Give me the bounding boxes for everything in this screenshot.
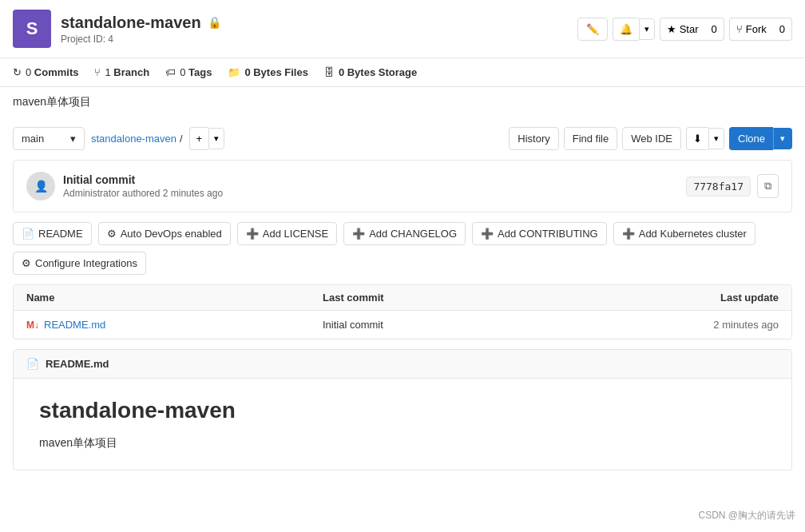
auto-devops-badge-button[interactable]: ⚙ Auto DevOps enabled <box>98 222 231 245</box>
tag-icon: 🏷 <box>165 66 176 78</box>
readme-body: standalone-maven maven单体项目 <box>14 379 791 470</box>
fork-count[interactable]: 0 <box>773 18 792 41</box>
file-table: Name Last commit Last update M↓ README.m… <box>13 284 792 339</box>
star-icon: ★ <box>667 23 676 35</box>
stats-bar: ↻ 0 Commits ⑂ 1 Branch 🏷 0 Tags 📁 0 Byte… <box>0 58 805 87</box>
readme-badge-button[interactable]: 📄 README <box>13 222 92 245</box>
avatar-placeholder: 👤 <box>34 180 48 193</box>
configure-integrations-button[interactable]: ⚙ Configure Integrations <box>13 252 146 275</box>
repo-toolbar-left: main ▾ standalone-maven / + ▾ <box>13 127 224 150</box>
path-separator: / <box>180 133 183 145</box>
auto-devops-badge-label: Auto DevOps enabled <box>121 228 222 240</box>
project-name-row: standalone-maven 🔒 <box>61 14 221 32</box>
download-icon: ⬇ <box>693 133 702 145</box>
download-button-group[interactable]: ⬇ ▾ <box>686 127 724 150</box>
fork-button-group[interactable]: ⑂ Fork 0 <box>729 18 792 41</box>
storage-stat: 🗄 0 Bytes Storage <box>324 66 417 78</box>
add-changelog-button[interactable]: ➕ Add CHANGELOG <box>343 222 466 245</box>
files-label: 0 Bytes Files <box>244 66 308 78</box>
download-button[interactable]: ⬇ <box>686 127 708 150</box>
bell-arrow-button[interactable]: ▾ <box>639 18 655 40</box>
history-button[interactable]: History <box>509 127 558 150</box>
file-name-text: README.md <box>44 319 105 331</box>
commit-meta: Administrator authored 2 minutes ago <box>63 188 223 199</box>
badges-row: 📄 README ⚙ Auto DevOps enabled ➕ Add LIC… <box>0 222 805 284</box>
commit-hash-area: 7778fa17 ⧉ <box>686 174 779 198</box>
readme-badge-label: README <box>38 228 83 240</box>
notification-button[interactable]: 🔔 ▾ <box>613 18 655 41</box>
configure-integrations-label: Configure Integrations <box>35 257 137 269</box>
branch-selector[interactable]: main ▾ <box>13 127 85 150</box>
commits-link[interactable]: 0 Commits <box>26 66 78 78</box>
add-changelog-label: Add CHANGELOG <box>369 228 457 240</box>
devops-gear-icon: ⚙ <box>107 228 117 240</box>
commit-author: Administrator <box>63 188 120 199</box>
files-icon: 📁 <box>228 66 240 78</box>
copy-hash-button[interactable]: ⧉ <box>757 174 779 198</box>
fork-label: Fork <box>746 23 767 35</box>
add-license-label: Add LICENSE <box>263 228 328 240</box>
file-markdown-icon: M↓ <box>26 320 39 331</box>
breadcrumb: standalone-maven / <box>91 133 183 145</box>
readme-title: standalone-maven <box>39 398 766 423</box>
find-file-button[interactable]: Find file <box>564 127 618 150</box>
readme-section: 📄 README.md standalone-maven maven单体项目 <box>13 349 792 470</box>
add-kubernetes-button[interactable]: ➕ Add Kubernetes cluster <box>613 222 755 245</box>
tags-link[interactable]: 0 Tags <box>180 66 212 78</box>
star-label: Star <box>680 23 699 35</box>
bell-main-button[interactable]: 🔔 <box>613 18 639 41</box>
lock-icon: 🔒 <box>208 16 221 29</box>
add-kubernetes-icon: ➕ <box>622 228 635 240</box>
star-button-group[interactable]: ★ Star 0 <box>660 18 724 41</box>
storage-icon: 🗄 <box>324 66 335 78</box>
integrations-gear-icon: ⚙ <box>22 257 31 269</box>
fork-icon: ⑂ <box>736 23 743 35</box>
readme-doc-icon: 📄 <box>22 228 34 240</box>
project-details: standalone-maven 🔒 Project ID: 4 <box>61 14 221 45</box>
commit-info: 👤 Initial commit Administrator authored … <box>26 172 223 200</box>
fork-button[interactable]: ⑂ Fork <box>729 18 773 41</box>
file-table-header: Name Last commit Last update <box>14 285 791 311</box>
add-contributing-button[interactable]: ➕ Add CONTRIBUTING <box>472 222 607 245</box>
project-name: standalone-maven <box>61 14 201 32</box>
branches-link[interactable]: 1 Branch <box>105 66 149 78</box>
star-button[interactable]: ★ Star <box>660 18 705 41</box>
branches-stat: ⑂ 1 Branch <box>94 66 149 78</box>
col-commit-header: Last commit <box>323 292 619 304</box>
readme-header: 📄 README.md <box>14 350 791 379</box>
file-name-link[interactable]: M↓ README.md <box>26 319 323 331</box>
bell-icon: 🔔 <box>620 23 632 35</box>
repo-toolbar: main ▾ standalone-maven / + ▾ History Fi… <box>0 117 805 160</box>
add-kubernetes-label: Add Kubernetes cluster <box>639 228 747 240</box>
readme-content: maven单体项目 <box>39 436 766 451</box>
star-count[interactable]: 0 <box>705 18 724 41</box>
add-license-icon: ➕ <box>246 228 259 240</box>
pencil-icon: ✏️ <box>586 23 599 35</box>
storage-label: 0 Bytes Storage <box>339 66 417 78</box>
plus-icon: + <box>196 133 203 145</box>
web-ide-button[interactable]: Web IDE <box>622 127 681 150</box>
file-last-update: 2 minutes ago <box>619 319 779 331</box>
add-file-button[interactable]: + <box>189 127 209 150</box>
avatar: 👤 <box>26 172 55 200</box>
clone-arrow-button[interactable]: ▾ <box>773 128 792 149</box>
commit-message[interactable]: Initial commit <box>63 173 223 186</box>
download-chevron-icon: ▾ <box>714 133 719 143</box>
top-actions: ✏️ 🔔 ▾ ★ Star 0 ⑂ Fork 0 <box>577 18 792 41</box>
clone-chevron-icon: ▾ <box>780 133 785 143</box>
commit-hash[interactable]: 7778fa17 <box>686 177 751 197</box>
bell-chevron-icon: ▾ <box>644 24 649 34</box>
clone-button-group[interactable]: Clone ▾ <box>729 127 792 150</box>
files-stat: 📁 0 Bytes Files <box>228 66 308 78</box>
edit-button[interactable]: ✏️ <box>577 18 608 41</box>
repo-toolbar-right: History Find file Web IDE ⬇ ▾ Clone ▾ <box>509 127 792 150</box>
breadcrumb-project-link[interactable]: standalone-maven <box>91 133 176 145</box>
download-arrow-button[interactable]: ▾ <box>708 128 724 149</box>
add-file-arrow-button[interactable]: ▾ <box>208 128 224 149</box>
copy-icon: ⧉ <box>764 180 771 192</box>
clone-button[interactable]: Clone <box>729 127 773 150</box>
add-license-button[interactable]: ➕ Add LICENSE <box>237 222 337 245</box>
tags-stat: 🏷 0 Tags <box>165 66 212 78</box>
add-file-button-group[interactable]: + ▾ <box>189 127 225 150</box>
branch-chevron-icon: ▾ <box>70 133 76 145</box>
